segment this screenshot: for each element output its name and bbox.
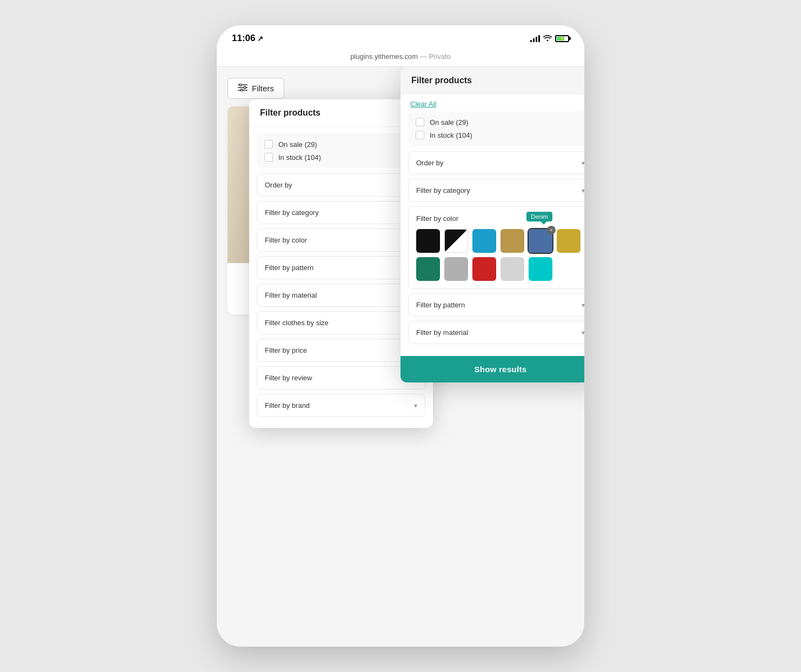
status-bar: 11:06 ↗ ⚡ [217,25,584,48]
chevron-r2: ▾ [582,187,584,194]
filters-button[interactable]: Filters [228,78,284,99]
color-swatch-blackwhite[interactable] [444,229,468,253]
color-grid: Denim × [416,229,584,281]
color-swatch-lightgray[interactable] [500,257,524,281]
in-stock-checkbox-right[interactable]: In stock (104) [416,131,584,139]
filter-panel-left-title: Filter products [260,108,321,118]
filter-category-right-label: Filter by category [416,186,470,194]
order-by-label: Order by [265,181,292,189]
filter-panel-right-title: Filter products [411,76,472,85]
chevron-r3: ▾ [582,301,584,309]
on-sale-label-right: On sale (29) [430,118,469,126]
signal-icon [530,35,540,42]
phone-content: Filters [217,67,584,647]
color-swatch-cyan[interactable] [529,257,552,281]
svg-point-3 [239,84,242,86]
filter-review-label: Filter by review [265,374,312,382]
filter-material-label: Filter by material [265,291,317,299]
filter-size-label: Filter clothes by size [265,319,329,327]
checkbox-box-r1[interactable] [416,118,424,126]
order-by-right-row[interactable]: Order by ▾ [408,151,584,174]
filter-pattern-label: Filter by pattern [265,264,313,272]
status-icons: ⚡ [530,35,569,43]
color-swatch-tan[interactable] [500,229,524,253]
color-filter-section: Filter by color Denim × [408,206,584,289]
filter-pattern-right-label: Filter by pattern [416,301,465,309]
filter-panel-right-close[interactable]: × [584,76,584,85]
wifi-icon [543,35,552,43]
color-swatch-black[interactable] [416,229,440,253]
private-indicator: — Privato [420,52,451,61]
filter-material-right-label: Filter by material [416,328,468,337]
filter-material-right-row[interactable]: Filter by material ▾ [408,321,584,344]
filters-label: Filters [252,84,274,93]
availability-checkboxes-right: On sale (29) In stock (104) [408,111,584,146]
clear-all-link[interactable]: Clear All [401,95,584,111]
color-swatch-green[interactable] [416,257,440,281]
color-swatch-gray[interactable] [444,257,468,281]
filter-panel-right: Filter products × Clear All On sale (29)… [401,67,584,382]
address-text: plugins.yithemes.com — Privato [350,52,451,61]
remove-denim-button[interactable]: × [547,226,556,234]
filter-category-label: Filter by category [265,209,319,217]
color-filter-title: Filter by color [416,214,584,223]
color-swatch-yellow[interactable] [557,229,580,253]
time-display: 11:06 [232,33,255,44]
chevron-icon-9: ▾ [414,402,417,409]
on-sale-checkbox[interactable]: On sale (29) [264,140,418,149]
in-stock-checkbox[interactable]: In stock (104) [264,153,418,162]
svg-point-4 [244,86,246,89]
filter-brand-row[interactable]: Filter by brand ▾ [257,394,425,417]
location-icon: ↗ [257,35,263,43]
on-sale-label: On sale (29) [278,140,317,149]
checkbox-box-2[interactable] [264,153,273,162]
denim-tooltip: Denim [526,212,552,221]
filter-category-right-row[interactable]: Filter by category ▾ [408,179,584,202]
address-bar: plugins.yithemes.com — Privato [217,48,584,67]
url: plugins.yithemes.com [350,52,418,61]
color-swatch-red[interactable] [472,257,496,281]
filter-brand-label: Filter by brand [265,401,310,409]
color-swatch-denim[interactable]: Denim × [529,229,552,253]
in-stock-label-right: In stock (104) [430,131,472,139]
filter-panel-right-header: Filter products × [401,67,584,95]
on-sale-checkbox-right[interactable]: On sale (29) [416,118,584,126]
checkbox-box[interactable] [264,140,273,149]
chevron-r1: ▾ [582,159,584,167]
checkbox-box-r2[interactable] [416,131,424,139]
filter-color-label: Filter by color [265,236,307,244]
filter-pattern-right-row[interactable]: Filter by pattern ▾ [408,293,584,317]
filter-price-label: Filter by price [265,346,307,354]
chevron-r4: ▾ [582,329,584,337]
status-time: 11:06 ↗ [232,33,263,44]
svg-point-5 [241,89,243,91]
battery-icon: ⚡ [555,35,569,42]
order-by-right-label: Order by [416,159,444,167]
in-stock-label: In stock (104) [278,153,321,162]
show-results-button[interactable]: Show results [401,356,584,382]
filter-panel-right-body: On sale (29) In stock (104) Order by ▾ F… [401,111,584,356]
color-swatch-blue[interactable] [472,229,496,253]
filters-icon [238,84,248,93]
